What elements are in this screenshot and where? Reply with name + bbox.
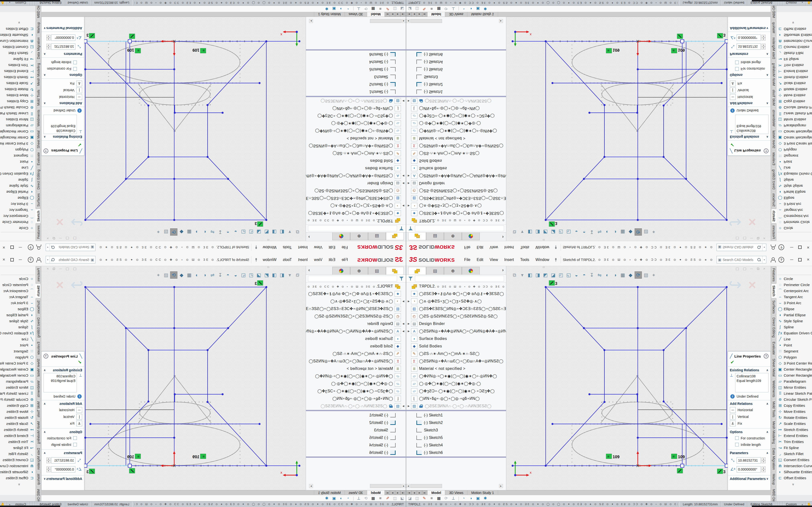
commandmanager-tab[interactable]: Mesh Modeling — [771, 61, 776, 88]
view-tool-icon[interactable]: ▦ — [186, 271, 193, 279]
tree-row[interactable]: ▶ ▱ ◯✤ИN◎∙÷◯∗◉(◯∘◯)◉∗◯÷∙◎ИN✤◯ — [306, 127, 406, 135]
scroll-right-icon[interactable]: ▶ — [499, 484, 503, 488]
splitter-handle[interactable] — [543, 266, 545, 268]
menu-item[interactable]: Window — [532, 244, 552, 251]
sketch-row[interactable]: (-) Sketch1 — [406, 411, 506, 419]
bottom-tool-icon[interactable]: ⟳ — [362, 496, 369, 501]
tab-nav-button[interactable]: ◀ — [412, 490, 417, 495]
tool-button[interactable]: ◫ Mirror Entities — [776, 384, 812, 390]
sketch-row[interactable]: (-) Sketch5 — [306, 66, 406, 73]
freeze-bar[interactable] — [306, 96, 406, 97]
search-input[interactable] — [55, 258, 89, 262]
view-tool-icon[interactable]: ⌖ — [650, 228, 657, 236]
bottom-tool-icon[interactable]: ◑ — [338, 7, 345, 11]
tool-button[interactable]: ◯ Ellipse — [0, 306, 36, 312]
search-icon[interactable] — [757, 258, 761, 262]
tool-button[interactable]: ⌢ Tangent Arc — [0, 207, 36, 213]
tree-row[interactable]: ▶ ★ ◯ƧSƐƎ✤∘⚷◎Λɒ Φ◯∘◯Φ ɒΛ◎⚷∘✤ƎƐSƧ◯ — [406, 290, 506, 297]
tool-button[interactable]: ⊞ Copy Entities — [776, 402, 812, 408]
rollback-bar[interactable] — [306, 49, 406, 50]
document-tab[interactable]: 3D Views — [345, 490, 367, 495]
bottom-tool-icon[interactable]: ▣ — [474, 496, 481, 501]
commandmanager-tab[interactable]: Mold Tools — [771, 88, 776, 108]
view-tool-icon[interactable]: ⌖ — [155, 228, 162, 236]
tool-button[interactable]: ○ Circle — [0, 225, 36, 231]
sketch-row[interactable]: (-) Sketch5 — [406, 66, 506, 73]
scroll-right-icon[interactable]: ▶ — [499, 19, 503, 23]
tree-row[interactable]: ▶ ≣ Material < not specified > — [406, 365, 506, 372]
collapse-icon[interactable]: ∧ — [766, 52, 768, 56]
commandmanager-tab[interactable]: Features — [36, 267, 41, 283]
tree-row[interactable]: ▶ ◴ ◯ƧS∙◎SƧИNƐƧS◯∘◯SƧƐИNSƧ◎∙SƧ◯ — [306, 313, 406, 320]
bottom-tool-icon[interactable]: ⟳ — [362, 6, 369, 11]
tool-button[interactable]: ⠿ Linear Sketch Pattern — [776, 111, 812, 117]
view-tool-icon[interactable]: ◓ — [224, 271, 232, 279]
relation-item[interactable]: Equal length109 — [737, 379, 767, 383]
tool-button[interactable]: ⊢ Extend Entities — [0, 433, 36, 439]
help-icon[interactable]: ? — [28, 257, 34, 263]
tree-row[interactable]: ▶ ◔ ◯∧∙◎✤ƧS∘ʒ◯∘◯ʒ∘SƧ✤◎∙∧◯ — [406, 297, 506, 305]
commandmanager-tab[interactable]: Evaluate — [771, 151, 776, 167]
commandmanager-tab[interactable]: Sketch — [771, 209, 776, 223]
section-parameters[interactable]: Parameters∧ — [44, 52, 82, 56]
collapse-icon[interactable]: ∧ — [44, 451, 46, 455]
tool-button[interactable]: ◯ Ellipse — [0, 195, 36, 201]
view-tool-icon[interactable]: ⌖ — [650, 271, 657, 279]
tool-button[interactable]: ↦ Stretch Entities — [776, 427, 812, 433]
view-tool-icon[interactable]: ◰ — [557, 228, 564, 236]
tool-button[interactable]: ↝ Fit Spline — [776, 445, 812, 451]
search-icon[interactable] — [757, 245, 761, 249]
add-relation-button[interactable]: ─ Horizontal — [44, 94, 82, 101]
sketch-row[interactable]: (-) Sketch2 — [406, 80, 506, 88]
tool-button[interactable]: ↻ Rotate Entities — [0, 87, 36, 93]
tab-propertymanager[interactable]: ▤ — [426, 267, 444, 275]
view-tool-icon[interactable]: ◆ — [178, 228, 185, 236]
bottom-tool-icon[interactable]: ◔ — [345, 7, 352, 11]
tool-button[interactable]: ⊞ Copy Entities — [776, 99, 812, 105]
collapse-icon[interactable]: ∧ — [44, 52, 46, 56]
tool-button[interactable]: ↻ Rotate Entities — [0, 414, 36, 420]
relations-listbox[interactable]: Collinear108Equal length109 — [735, 373, 768, 392]
tool-button[interactable]: ⌒ Centerpoint Arc — [0, 213, 36, 219]
restore-button[interactable] — [796, 256, 804, 264]
relations-listbox[interactable]: Collinear108Equal length109 — [735, 115, 768, 134]
tool-button[interactable]: ⊛ Circular Sketch Pattern — [776, 105, 812, 111]
tool-button[interactable]: ↝ Fit Spline — [776, 56, 812, 62]
view-tool-icon[interactable]: ⧉ — [294, 271, 301, 279]
tree-horizontal-scrollbar[interactable]: ◀ ▶ — [309, 484, 406, 488]
tree-row[interactable]: ▶ ⌊ ◯ИN∘ƃϱ∘∙◎◯∘◯◎∙∘ϱƃ∘ИN◯ — [306, 395, 406, 402]
parameter-input[interactable]: 10.88152731 — [737, 457, 761, 463]
commandmanager-tab[interactable]: Mold Tools — [36, 400, 41, 419]
panel-expand-chevron[interactable]: › — [308, 234, 310, 239]
tool-button[interactable]: ✂ Trim Entities — [776, 439, 812, 445]
tab-nav-button[interactable]: ▶ — [390, 12, 395, 17]
tool-button[interactable]: ◖ Partial Ellipse — [776, 312, 812, 318]
ok-check-icon[interactable]: ✔ — [44, 359, 82, 365]
bottom-tool-icon[interactable]: ◑ — [467, 7, 474, 11]
sketch-row[interactable]: (-) Sketch4 — [406, 441, 506, 449]
commandmanager-tab[interactable]: Evaluate — [36, 151, 41, 167]
tree-row[interactable]: ▶ ≣ Material < not specified > — [406, 135, 506, 142]
menu-item[interactable]: Window — [260, 244, 280, 251]
sketch-row[interactable]: (-) Sketch2 — [406, 419, 506, 427]
view-tool-icon[interactable]: ◓ — [580, 271, 588, 279]
tool-button[interactable]: ⋒ Intersection Curve — [0, 463, 36, 469]
expand-arrow-icon[interactable]: ▶ — [406, 182, 411, 185]
commandmanager-tab[interactable]: Data Migration — [771, 36, 776, 61]
section-options[interactable]: Options∧ — [44, 73, 82, 77]
filter-funnel-icon[interactable] — [408, 276, 413, 281]
commandmanager-tab[interactable]: Surfaces — [771, 192, 776, 208]
view-tool-icon[interactable]: ◩ — [542, 228, 549, 236]
quick-access-toolbar[interactable]: ⊙ ƎƐ ⊙ Ш ⊙ ∘ ⊙ ✤ ⊙ ƆϽ ⊙ ƎƐ ⊙ ✦ ⊙ ƧS ⊙ ∗ … — [598, 246, 714, 249]
tree-root-row[interactable]: ▶ TЯPDL2. ⊙ ƎƐ ⊙ Ш ⊙ ∘ ⊙ ✤ ⊙ ƆϽ ⊙ ƎƐ ⊙ ✦… — [306, 217, 406, 225]
tool-button[interactable]: ⊏ Offset Entities — [0, 26, 36, 32]
view-tool-icon[interactable]: ◆ — [627, 271, 634, 279]
sketch-row[interactable]: (-) Sketch6 — [406, 449, 506, 456]
search-dropdown-icon[interactable]: ▾ — [46, 244, 50, 251]
section-additional-parameters[interactable]: Additional Parameters∨ — [44, 477, 82, 481]
relation-item[interactable]: Collinear108 — [737, 374, 767, 379]
view-tool-icon[interactable]: ◪ — [550, 228, 557, 236]
view-tool-icon[interactable]: ⟳ — [635, 271, 642, 279]
tool-button[interactable]: ⌣ 3 Point Arc — [0, 201, 36, 207]
spinner[interactable]: ▲▼ — [761, 44, 766, 50]
